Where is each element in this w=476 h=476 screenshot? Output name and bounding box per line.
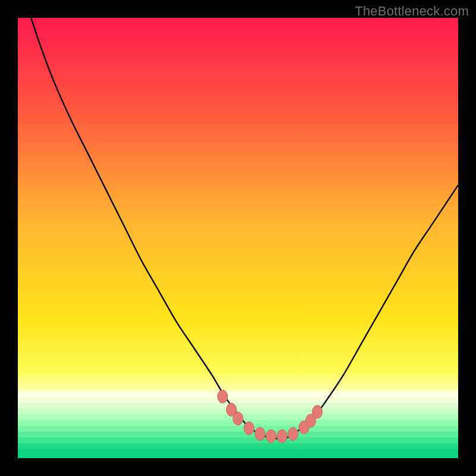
marker-point [255,427,265,440]
marker-point [266,430,276,443]
plot-area [18,18,458,458]
marker-point [288,427,298,440]
watermark-text: TheBottleneck.com [355,4,469,19]
marker-point [218,390,228,403]
marker-point [233,412,243,425]
marker-point [277,430,287,443]
marker-point [312,405,322,418]
marker-point [244,422,254,435]
chart-svg [18,18,458,458]
chart-frame: TheBottleneck.com [0,0,476,476]
